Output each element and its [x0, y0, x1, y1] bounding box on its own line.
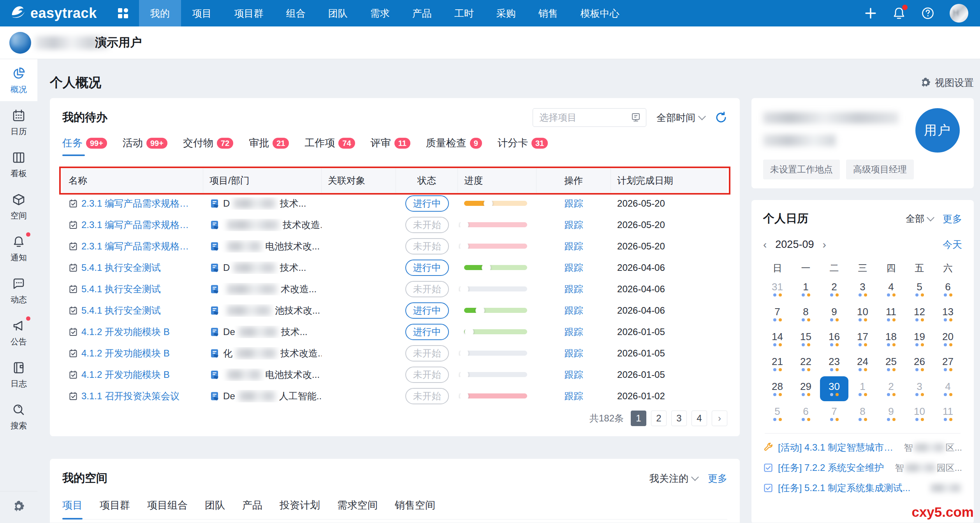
- progress-slider[interactable]: [464, 265, 527, 270]
- agenda-link[interactable]: [任务] 7.2.2 系统安全维护: [778, 462, 884, 474]
- sidebar-item[interactable]: 看板: [0, 143, 37, 185]
- nav-menu-item[interactable]: 团队: [317, 0, 359, 26]
- slider-handle[interactable]: [459, 351, 469, 356]
- task-name-link[interactable]: 3.1.1 召开投资决策会议: [81, 390, 179, 402]
- progress-slider[interactable]: [464, 372, 527, 377]
- slider-handle[interactable]: [459, 372, 469, 377]
- task-name-link[interactable]: 2.3.1 编写产品需求规格说明书: [81, 219, 197, 231]
- project-picker-icon[interactable]: [631, 112, 641, 123]
- calendar-day[interactable]: 2: [820, 277, 848, 302]
- calendar-day[interactable]: 12: [905, 302, 934, 326]
- spaces-more-link[interactable]: 更多: [708, 472, 727, 485]
- calendar-day[interactable]: 26: [905, 351, 934, 376]
- track-action-link[interactable]: 跟踪: [564, 326, 583, 338]
- calendar-day[interactable]: 20: [934, 326, 962, 351]
- slider-handle[interactable]: [475, 308, 485, 313]
- calendar-day[interactable]: 13: [934, 302, 962, 326]
- calendar-day[interactable]: 18: [877, 326, 905, 351]
- sidebar-item[interactable]: 日历: [0, 101, 37, 143]
- page-number-button[interactable]: 3: [671, 411, 687, 426]
- track-action-link[interactable]: 跟踪: [564, 240, 583, 253]
- calendar-day[interactable]: 29: [792, 376, 820, 401]
- big-profile-avatar[interactable]: 用户: [915, 108, 960, 153]
- column-header[interactable]: 项目/部门: [203, 168, 322, 193]
- progress-slider[interactable]: [464, 222, 527, 227]
- todo-tab[interactable]: 评审 11: [371, 136, 410, 156]
- task-checkbox-icon[interactable]: [69, 391, 78, 401]
- progress-slider[interactable]: [464, 308, 527, 313]
- profile-avatar[interactable]: [9, 32, 31, 54]
- column-header[interactable]: 进度: [458, 168, 537, 193]
- slider-handle[interactable]: [482, 265, 491, 270]
- sidebar-item[interactable]: 搜索: [0, 395, 37, 437]
- column-header[interactable]: 名称: [62, 168, 203, 193]
- calendar-day[interactable]: 17: [848, 326, 877, 351]
- calendar-day[interactable]: 28: [763, 376, 792, 401]
- space-tab[interactable]: 投资计划: [280, 498, 320, 519]
- calendar-day[interactable]: 10: [905, 401, 934, 426]
- calendar-day[interactable]: 27: [934, 351, 962, 376]
- track-action-link[interactable]: 跟踪: [564, 369, 583, 381]
- calendar-day[interactable]: 9: [877, 401, 905, 426]
- sidebar-item[interactable]: 动态: [0, 269, 37, 311]
- space-tab[interactable]: 团队: [205, 498, 225, 519]
- calendar-day[interactable]: 5: [763, 401, 792, 426]
- progress-slider[interactable]: [464, 393, 527, 398]
- space-tab[interactable]: 销售空间: [395, 498, 435, 519]
- agenda-link[interactable]: [任务] 5.2.1 制定系统集成测试...: [778, 482, 910, 494]
- space-tab[interactable]: 产品: [242, 498, 262, 519]
- task-checkbox-icon[interactable]: [69, 327, 78, 337]
- track-action-link[interactable]: 跟踪: [564, 197, 583, 210]
- task-name-link[interactable]: 5.4.1 执行安全测试: [81, 304, 161, 317]
- sidebar-item[interactable]: 日志: [0, 353, 37, 395]
- sidebar-item[interactable]: 空间: [0, 185, 37, 227]
- today-button[interactable]: 今天: [943, 238, 962, 251]
- todo-tab[interactable]: 质量检查 9: [426, 136, 482, 156]
- space-tab[interactable]: 项目群: [100, 498, 130, 519]
- calendar-day[interactable]: 2: [877, 376, 905, 401]
- calendar-day[interactable]: 14: [763, 326, 792, 351]
- task-checkbox-icon[interactable]: [69, 306, 78, 315]
- refresh-button[interactable]: [715, 111, 727, 124]
- calendar-day[interactable]: 4: [934, 376, 962, 401]
- calendar-day[interactable]: 24: [848, 351, 877, 376]
- progress-slider[interactable]: [464, 244, 527, 249]
- task-name-link[interactable]: 5.4.1 执行安全测试: [81, 262, 161, 274]
- page-number-button[interactable]: 1: [631, 411, 646, 426]
- calendar-day[interactable]: 5: [905, 277, 934, 302]
- sidebar-item[interactable]: 通知: [0, 227, 37, 269]
- progress-slider[interactable]: [464, 201, 527, 206]
- calendar-day[interactable]: 6: [934, 277, 962, 302]
- time-filter-dropdown[interactable]: 全部时间: [656, 111, 705, 124]
- todo-tab[interactable]: 活动 99+: [123, 136, 167, 156]
- settings-gear-button[interactable]: [0, 491, 37, 523]
- column-header[interactable]: 操作: [537, 168, 611, 193]
- calendar-day[interactable]: 11: [877, 302, 905, 326]
- column-header[interactable]: 关联对象: [322, 168, 396, 193]
- task-name-link[interactable]: 4.1.2 开发功能模块 B: [81, 326, 170, 338]
- next-month-button[interactable]: ›: [822, 239, 826, 250]
- prev-month-button[interactable]: ‹: [763, 239, 767, 250]
- nav-menu-item[interactable]: 销售: [527, 0, 569, 26]
- help-icon[interactable]: [921, 6, 935, 20]
- page-number-button[interactable]: 2: [651, 411, 667, 426]
- calendar-day[interactable]: 9: [820, 302, 848, 326]
- page-number-button[interactable]: 4: [691, 411, 707, 426]
- slider-handle[interactable]: [464, 329, 474, 334]
- user-avatar[interactable]: [950, 4, 968, 23]
- slider-handle[interactable]: [459, 286, 469, 291]
- track-action-link[interactable]: 跟踪: [564, 262, 583, 274]
- agenda-link[interactable]: [活动] 4.3.1 制定智慧城市建设...: [778, 441, 899, 454]
- slider-handle[interactable]: [459, 393, 469, 398]
- task-name-link[interactable]: 5.4.1 执行安全测试: [81, 283, 161, 295]
- column-header[interactable]: 计划完成日期: [611, 168, 727, 193]
- nav-menu-item[interactable]: 我的: [139, 0, 181, 26]
- task-checkbox-icon[interactable]: [69, 263, 78, 272]
- nav-menu-item[interactable]: 采购: [485, 0, 527, 26]
- nav-menu-item[interactable]: 产品: [401, 0, 443, 26]
- todo-tab[interactable]: 工作项 74: [304, 136, 355, 156]
- task-name-link[interactable]: 2.3.1 编写产品需求规格说明书: [81, 197, 197, 210]
- calendar-day[interactable]: 25: [877, 351, 905, 376]
- next-page-button[interactable]: ›: [712, 411, 727, 426]
- todo-tab[interactable]: 交付物 72: [183, 136, 233, 156]
